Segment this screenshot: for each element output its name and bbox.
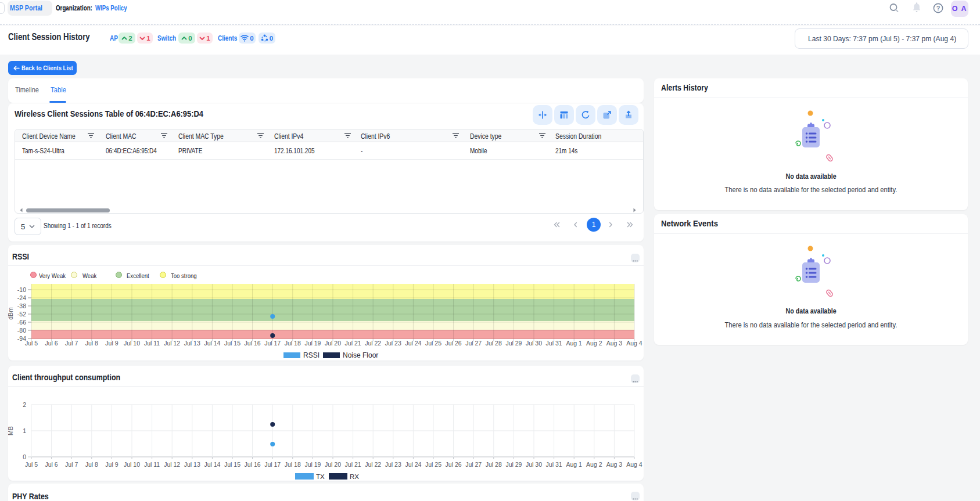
svg-text:1: 1	[23, 427, 26, 434]
svg-text:Jul 25: Jul 25	[425, 461, 441, 468]
svg-text:Jul 19: Jul 19	[304, 461, 321, 468]
svg-text:Jul 10: Jul 10	[124, 340, 140, 347]
svg-text:Jul 6: Jul 6	[45, 340, 58, 347]
svg-text:Jul 27: Jul 27	[465, 461, 482, 468]
svg-text:Aug 1: Aug 1	[566, 340, 582, 347]
svg-text:Jul 8: Jul 8	[85, 461, 98, 468]
svg-text:Jul 13: Jul 13	[184, 340, 200, 347]
svg-text:Aug 2: Aug 2	[586, 461, 602, 468]
svg-text:Jul 22: Jul 22	[365, 340, 381, 347]
svg-text:Jul 31: Jul 31	[546, 340, 562, 347]
svg-text:-10: -10	[17, 286, 26, 293]
svg-text:Aug 3: Aug 3	[606, 340, 623, 347]
svg-text:MB: MB	[8, 426, 14, 435]
svg-text:dBm: dBm	[8, 307, 14, 320]
svg-text:Aug 2: Aug 2	[586, 340, 602, 347]
svg-text:-38: -38	[17, 302, 26, 309]
svg-text:Aug 4: Aug 4	[626, 340, 642, 347]
svg-text:Jul 6: Jul 6	[45, 461, 58, 468]
svg-text:Jul 30: Jul 30	[526, 461, 542, 468]
svg-text:Jul 5: Jul 5	[25, 461, 38, 468]
svg-text:Jul 24: Jul 24	[405, 461, 421, 468]
svg-text:Jul 14: Jul 14	[204, 340, 220, 347]
svg-text:Jul 11: Jul 11	[144, 340, 160, 347]
svg-text:-80: -80	[17, 327, 26, 334]
svg-text:Jul 25: Jul 25	[425, 340, 441, 347]
svg-text:Jul 16: Jul 16	[245, 340, 261, 347]
svg-text:Jul 23: Jul 23	[385, 340, 401, 347]
svg-text:RX: RX	[350, 473, 359, 480]
svg-text:Jul 31: Jul 31	[546, 461, 562, 468]
svg-text:Jul 18: Jul 18	[285, 461, 301, 468]
svg-text:TX: TX	[316, 473, 325, 480]
svg-text:Jul 5: Jul 5	[25, 340, 38, 347]
svg-text:Jul 28: Jul 28	[486, 340, 502, 347]
svg-text:Noise Floor: Noise Floor	[343, 351, 378, 359]
svg-text:Jul 29: Jul 29	[505, 461, 522, 468]
svg-text:Jul 21: Jul 21	[345, 340, 361, 347]
svg-text:Jul 15: Jul 15	[224, 461, 240, 468]
svg-text:Jul 13: Jul 13	[184, 461, 200, 468]
svg-text:Jul 9: Jul 9	[105, 461, 118, 468]
svg-text:Jul 7: Jul 7	[65, 340, 78, 347]
svg-text:Jul 20: Jul 20	[325, 340, 341, 347]
svg-text:Jul 26: Jul 26	[446, 340, 462, 347]
svg-text:-52: -52	[17, 311, 26, 318]
svg-text:-24: -24	[17, 294, 26, 301]
svg-text:Jul 28: Jul 28	[486, 461, 502, 468]
svg-text:-66: -66	[17, 319, 26, 326]
svg-text:Jul 22: Jul 22	[365, 461, 381, 468]
svg-text:Aug 3: Aug 3	[606, 461, 623, 468]
svg-text:Jul 10: Jul 10	[124, 461, 140, 468]
svg-text:Jul 15: Jul 15	[224, 340, 240, 347]
svg-text:Jul 27: Jul 27	[465, 340, 482, 347]
svg-text:RSSI: RSSI	[303, 351, 320, 359]
svg-text:Jul 19: Jul 19	[304, 340, 321, 347]
svg-text:Jul 24: Jul 24	[405, 340, 421, 347]
svg-text:Jul 21: Jul 21	[345, 461, 361, 468]
svg-text:Jul 8: Jul 8	[85, 340, 98, 347]
svg-text:0: 0	[23, 453, 26, 460]
svg-text:Jul 11: Jul 11	[144, 461, 160, 468]
svg-text:Aug 1: Aug 1	[566, 461, 582, 468]
svg-text:Jul 29: Jul 29	[505, 340, 522, 347]
svg-text:Jul 20: Jul 20	[325, 461, 341, 468]
svg-text:Jul 18: Jul 18	[285, 340, 301, 347]
svg-text:Jul 12: Jul 12	[164, 461, 180, 468]
svg-text:2: 2	[23, 401, 26, 408]
svg-text:Jul 17: Jul 17	[264, 340, 281, 347]
svg-text:Jul 12: Jul 12	[164, 340, 180, 347]
svg-text:Jul 23: Jul 23	[385, 461, 401, 468]
svg-text:Jul 30: Jul 30	[526, 340, 542, 347]
svg-text:Jul 16: Jul 16	[245, 461, 261, 468]
svg-text:?: ?	[936, 5, 940, 12]
svg-text:Jul 26: Jul 26	[446, 461, 462, 468]
svg-text:Jul 14: Jul 14	[204, 461, 220, 468]
svg-text:Jul 17: Jul 17	[264, 461, 281, 468]
svg-text:Jul 9: Jul 9	[105, 340, 118, 347]
svg-text:Aug 4: Aug 4	[626, 461, 642, 468]
svg-text:Jul 7: Jul 7	[65, 461, 78, 468]
